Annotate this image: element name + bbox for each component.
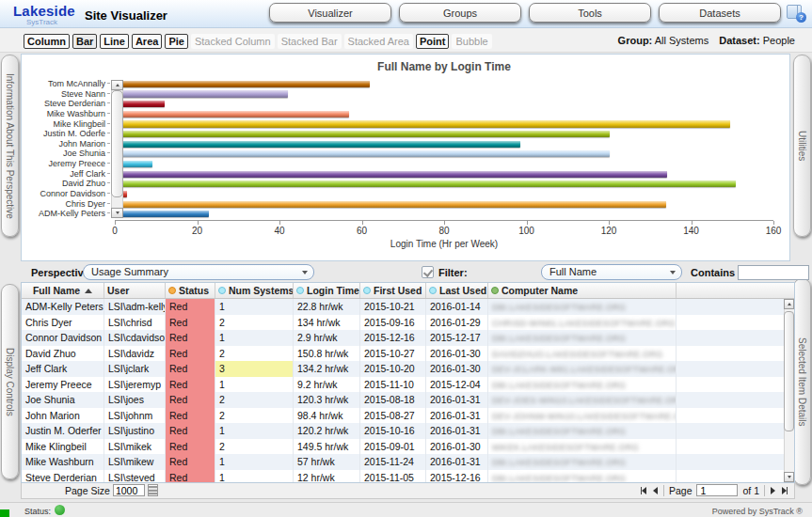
page-number-input[interactable] (696, 484, 738, 496)
chart-type-bar[interactable]: Bar (72, 34, 97, 49)
chart-bar-mike-klingbeil[interactable] (115, 120, 730, 127)
chart-type-stacked-area: Stacked Area (344, 34, 413, 49)
column-header-last-used[interactable]: Last Used (426, 283, 488, 298)
table-row[interactable]: Chris DyerLSI\chrisdRed2134 hr/wk2015-09… (22, 315, 784, 331)
chart-scrollbar[interactable] (111, 80, 123, 218)
chart-bar-adm-kelly-peters[interactable] (115, 211, 209, 217)
axis-tick-label: 120 (601, 226, 617, 236)
chart-bar-steve-nann[interactable] (115, 90, 288, 97)
sidetab-utilities[interactable]: Utilities (793, 55, 811, 237)
sidetab-selected-item-details[interactable]: Selected Item Details (793, 278, 811, 485)
help-button[interactable]: ? (787, 4, 806, 23)
page-size-input[interactable] (113, 484, 145, 496)
scroll-up-button[interactable] (111, 80, 123, 90)
scrollbar-thumb[interactable] (111, 90, 123, 197)
table-scrollbar[interactable] (784, 299, 794, 482)
table-row[interactable]: Joe ShuniaLSI\joesRed2120.3 hr/wk2015-08… (22, 392, 784, 408)
cell-first-used: 2015-09-01 (360, 439, 426, 455)
scrollbar-thumb[interactable] (784, 311, 794, 431)
previous-page-button[interactable] (652, 487, 659, 494)
cell-num-systems: 2 (215, 439, 294, 455)
cell-filler (677, 408, 784, 424)
cell-filler (677, 299, 784, 315)
column-header-user[interactable]: User (104, 283, 166, 298)
tab-tools[interactable]: Tools (529, 3, 651, 23)
column-header-full-name[interactable]: Full Name (22, 283, 104, 298)
table-row[interactable]: David ZhuoLSI\davidzRed2150.8 hr/wk2015-… (22, 346, 784, 362)
table-row[interactable]: John MarionLSI\johnmRed298.4 hr/wk2015-0… (22, 408, 784, 424)
table-row[interactable]: Jeff ClarkLSI\jclarkRed3134.2 hr/wk2015-… (22, 361, 784, 377)
chart-bar-chris-dyer[interactable] (115, 201, 666, 208)
cell-last-used: 2016-01-31 (426, 423, 488, 439)
table-row[interactable]: Mike WashburnLSI\mikewRed157 hr/wk2015-1… (22, 454, 784, 470)
cell-filler (677, 423, 784, 439)
scroll-down-button[interactable] (784, 472, 794, 482)
sidetab-label: Selected Item Details (797, 337, 807, 427)
group-dataset-info: Group: All Systems Dataset: People (611, 35, 795, 46)
cell-num-systems: 3 (215, 361, 294, 377)
chart-type-point[interactable]: Point (416, 34, 450, 49)
chart-type-pie[interactable]: Pie (165, 34, 188, 49)
chart-type-line[interactable]: Line (100, 34, 129, 49)
chart-category-label: Chris Dyer (22, 199, 110, 210)
contains-input[interactable] (738, 265, 809, 280)
cell-computer-name: DBI.LAKESIDESOFTWARE.ORG (488, 377, 677, 393)
sidetab-display-controls[interactable]: Display Controls (1, 284, 19, 479)
column-label: User (107, 285, 129, 296)
cell-filler (677, 330, 784, 346)
tab-datasets[interactable]: Datasets (659, 3, 781, 23)
powered-by-text: Powered by SysTrack ® (712, 507, 803, 516)
chart-bar-mike-washburn[interactable] (115, 111, 349, 118)
cell-computer-name: DBI.LAKESIDESOFTWARE.ORG (488, 299, 677, 315)
column-header-filler[interactable] (677, 283, 794, 298)
filter-field-dropdown[interactable]: Full Name (541, 264, 682, 280)
cell-login-time: 98.4 hr/wk (294, 408, 360, 424)
cell-full-name: Jeremy Preece (22, 377, 104, 393)
axis-tick (444, 221, 445, 225)
table-row[interactable]: Connor DavidsonLSI\cdavidsonRed12.9 hr/w… (22, 330, 784, 346)
filter-checkbox[interactable] (422, 266, 434, 278)
first-page-button[interactable] (640, 487, 647, 494)
cell-login-time: 57 hr/wk (294, 454, 360, 470)
dataset-value: People (763, 35, 795, 46)
scroll-down-button[interactable] (111, 208, 123, 218)
column-header-first-used[interactable]: First Used (360, 283, 426, 298)
cell-filler (677, 377, 784, 393)
last-page-button[interactable] (781, 487, 788, 494)
cell-status: Red (166, 392, 215, 408)
table-row[interactable]: Justin M. OderferLSI\justinoRed1120.2 hr… (22, 423, 784, 439)
cell-computer-name: DBI.LAKESIDESOFTWARE.ORG (488, 423, 677, 439)
table-row[interactable]: Steve DerderianLSI\stevedRed112 hr/wk201… (22, 470, 784, 482)
chart-bar-david-zhuo[interactable] (115, 180, 736, 187)
table-row[interactable]: Jeremy PreeceLSI\jeremypRed19.2 hr/wk201… (22, 377, 784, 393)
chart-toolbar: ColumnBarLineAreaPieStacked ColumnStacke… (0, 28, 812, 53)
scroll-up-button[interactable] (784, 299, 794, 309)
spinner-down-button[interactable] (148, 491, 158, 497)
column-header-computer-name[interactable]: Computer Name (488, 283, 677, 298)
cell-status: Red (166, 315, 215, 331)
cell-user: LSI\adm-kellyp (104, 299, 166, 315)
chart-bar-jeff-clark[interactable] (115, 171, 667, 178)
chart-bar-john-marion[interactable] (115, 141, 520, 148)
table-row[interactable]: ADM-Kelly PetersLSI\adm-kellypRed122.8 h… (22, 299, 784, 315)
column-header-status[interactable]: Status (166, 283, 215, 298)
perspective-dropdown[interactable]: Usage Summary (83, 264, 314, 280)
chart-bar-tom-mcannally[interactable] (115, 81, 370, 87)
sidetab-information-about-this-perspective[interactable]: Information About This Perspective (1, 55, 19, 237)
chart-type-area[interactable]: Area (132, 34, 162, 49)
column-header-login-time[interactable]: Login Time (294, 283, 360, 298)
chart-category-label: Jeff Clark (22, 169, 110, 180)
tab-groups[interactable]: Groups (399, 3, 521, 23)
cell-filler (677, 392, 784, 408)
cell-status: Red (166, 346, 215, 362)
chart-type-column[interactable]: Column (24, 34, 70, 49)
chart-bar-justin-m-oderfe[interactable] (115, 131, 610, 137)
axis-tick-label: 100 (518, 226, 534, 236)
lakeside-logo: Lakeside SysTrack (13, 3, 75, 26)
cell-first-used: 2015-11-24 (360, 454, 426, 470)
column-header-num-systems[interactable]: Num Systems (215, 283, 294, 298)
table-row[interactable]: Mike KlingbeilLSI\mikekRed2149.5 hr/wk20… (22, 439, 784, 455)
tab-visualizer[interactable]: Visualizer (269, 3, 391, 23)
next-page-button[interactable] (770, 487, 776, 494)
chart-bar-joe-shunia[interactable] (115, 150, 610, 157)
